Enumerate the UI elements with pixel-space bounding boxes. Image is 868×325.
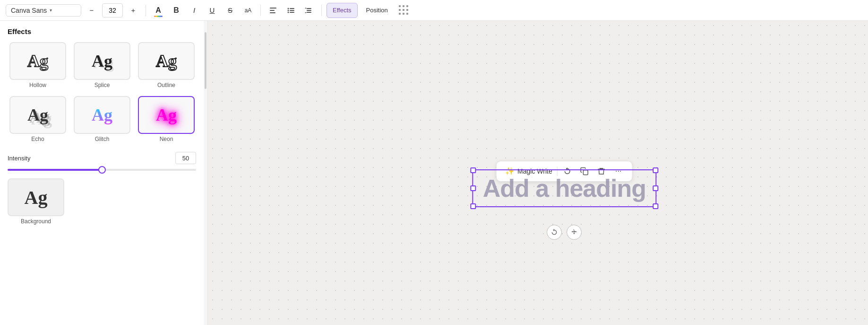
toolbar-divider (146, 5, 146, 16)
intensity-value[interactable]: 50 (175, 152, 196, 164)
handle-top-left[interactable] (471, 167, 476, 173)
hollow-preview: Ag (27, 51, 48, 71)
svg-marker-12 (305, 8, 307, 9)
line-spacing-icon (305, 6, 313, 15)
splice-preview: Ag (92, 51, 112, 71)
effect-card-hollow[interactable]: Ag Hollow (8, 40, 68, 90)
effect-thumb-splice: Ag (74, 42, 130, 80)
background-effect-label: Background (21, 218, 51, 225)
effect-card-outline[interactable]: Ag Outline (136, 40, 197, 90)
main-area: Effects Ag Hollow Ag Splice (0, 21, 868, 325)
intensity-section: Intensity 50 (0, 144, 204, 175)
effects-grid: Ag Hollow Ag Splice Ag Outline (0, 40, 204, 144)
effect-card-neon[interactable]: Ag Neon (136, 94, 197, 144)
effect-label-hollow: Hollow (29, 82, 46, 88)
svg-rect-11 (307, 12, 311, 13)
svg-point-3 (288, 8, 289, 9)
list-button[interactable] (284, 3, 299, 18)
move-handle-button[interactable] (567, 225, 582, 240)
effect-thumb-neon: Ag (138, 96, 195, 134)
heading-text[interactable]: Add a heading (483, 175, 646, 202)
effect-label-neon: Neon (160, 136, 173, 142)
left-panel: Effects Ag Hollow Ag Splice (0, 21, 208, 325)
effect-card-splice[interactable]: Ag Splice (72, 40, 132, 90)
svg-marker-13 (305, 12, 307, 13)
svg-rect-2 (270, 12, 275, 13)
underline-button[interactable]: U (205, 3, 220, 18)
rotate-handle-button[interactable] (547, 225, 562, 240)
line-spacing-button[interactable] (301, 3, 317, 18)
svg-rect-4 (290, 8, 294, 9)
canvas-text-element[interactable]: Add a heading (473, 169, 656, 207)
italic-button[interactable]: I (187, 3, 202, 18)
chevron-down-icon: ▾ (50, 8, 52, 13)
left-scrollbar[interactable] (204, 21, 207, 325)
case-button[interactable]: aA (241, 3, 256, 18)
color-bar-icon (154, 16, 163, 17)
handle-bottom-right[interactable] (653, 203, 658, 209)
effect-thumb-outline: Ag (138, 42, 195, 80)
font-size-decrease-button[interactable]: − (84, 3, 99, 18)
font-size-input[interactable] (102, 3, 123, 18)
top-toolbar: Canva Sans ▾ − + A B I U S aA (0, 0, 868, 21)
effects-tab-button[interactable]: Effects (327, 3, 358, 18)
svg-rect-1 (270, 10, 275, 11)
effect-thumb-echo: Ag (9, 96, 66, 134)
move-handle-icon (570, 228, 578, 236)
effect-label-glitch: Glitch (95, 136, 110, 142)
intensity-header: Intensity 50 (8, 152, 196, 164)
echo-preview: Ag (27, 105, 48, 125)
scroll-thumb (205, 32, 206, 89)
handle-top-right[interactable] (653, 167, 658, 173)
svg-rect-6 (290, 10, 294, 11)
intensity-label: Intensity (8, 155, 30, 162)
grid-dots-icon (399, 5, 409, 16)
grid-icon-button[interactable] (396, 3, 412, 18)
effect-label-outline: Outline (157, 82, 175, 88)
background-effect-thumb: Ag (8, 178, 64, 216)
panel-title: Effects (0, 21, 204, 40)
toolbar-divider-2 (260, 5, 261, 16)
effect-label-splice: Splice (95, 82, 110, 88)
handle-bottom-left[interactable] (471, 203, 476, 209)
effect-thumb-glitch: Ag (74, 96, 130, 134)
align-left-icon (269, 6, 277, 15)
bold-button[interactable]: B (169, 3, 184, 18)
position-tab-button[interactable]: Position (361, 3, 394, 18)
align-left-button[interactable] (266, 3, 281, 18)
handle-middle-right[interactable] (653, 185, 658, 191)
color-letter-icon: A (155, 6, 161, 15)
font-selector[interactable]: Canva Sans ▾ (6, 4, 81, 17)
rotate-handle-icon (550, 228, 558, 236)
font-name: Canva Sans (11, 7, 47, 14)
effect-card-glitch[interactable]: Ag Glitch (72, 94, 132, 144)
font-size-increase-button[interactable]: + (126, 3, 141, 18)
outline-preview: Ag (156, 51, 177, 71)
neon-preview: Ag (156, 105, 177, 125)
list-icon (287, 6, 295, 15)
svg-rect-0 (270, 8, 276, 9)
svg-rect-9 (307, 8, 311, 9)
bottom-controls (547, 225, 582, 240)
svg-rect-10 (307, 10, 311, 11)
background-section: Ag Background (0, 175, 204, 228)
panel-content: Effects Ag Hollow Ag Splice (0, 21, 204, 325)
intensity-slider-thumb[interactable] (98, 166, 106, 174)
svg-point-7 (288, 11, 289, 13)
effect-card-echo[interactable]: Ag Echo (8, 94, 68, 144)
glitch-preview: Ag (92, 105, 112, 125)
background-effect-card[interactable]: Ag Background (8, 178, 64, 225)
text-color-button[interactable]: A (151, 3, 166, 18)
svg-point-5 (288, 9, 289, 11)
toolbar-divider-3 (321, 5, 322, 16)
svg-rect-8 (290, 12, 294, 13)
canvas-area[interactable]: ✨ Magic Write ··· (208, 21, 868, 325)
effect-label-echo: Echo (31, 136, 44, 142)
intensity-slider-track[interactable] (8, 169, 196, 171)
handle-middle-left[interactable] (471, 185, 476, 191)
strikethrough-button[interactable]: S (223, 3, 238, 18)
effect-thumb-hollow: Ag (9, 42, 66, 80)
selection-box: Add a heading (473, 169, 656, 207)
background-preview: Ag (25, 186, 48, 209)
